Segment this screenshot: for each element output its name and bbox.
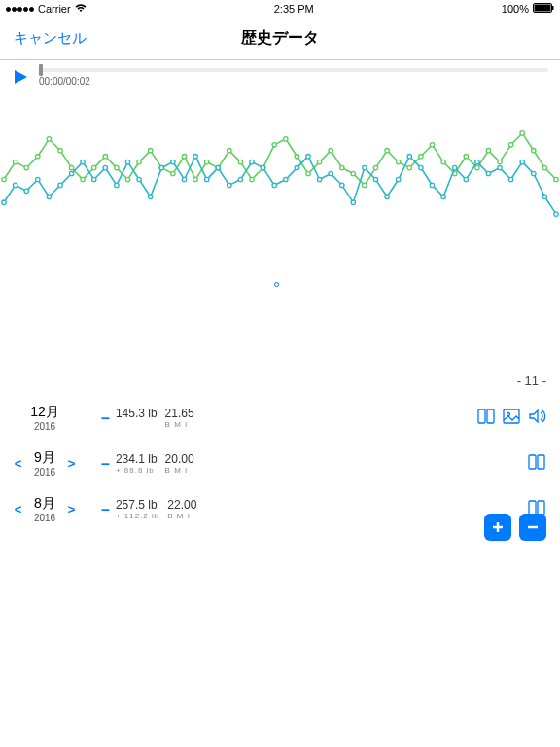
svg-rect-2: [552, 6, 554, 10]
svg-point-106: [508, 412, 510, 415]
battery-label: 100%: [502, 3, 529, 15]
status-bar: Carrier 2:35 PM 100%: [0, 0, 560, 18]
svg-rect-110: [538, 501, 544, 515]
svg-point-8: [58, 149, 62, 153]
svg-point-62: [103, 165, 107, 169]
prev-button[interactable]: <: [14, 502, 22, 516]
svg-point-32: [329, 149, 332, 153]
svg-point-48: [508, 143, 512, 147]
svg-rect-107: [529, 455, 536, 469]
svg-point-93: [453, 165, 457, 169]
svg-point-83: [340, 183, 344, 187]
month-label: 9月 2016: [28, 449, 61, 478]
svg-point-91: [430, 183, 434, 187]
month-label: 12月 2016: [28, 404, 61, 432]
svg-point-49: [520, 131, 524, 135]
svg-point-31: [317, 160, 321, 163]
table-row: < 8月 2016 > – 257.5 lb + 112.2 lb 22.00 …: [14, 487, 546, 533]
weight-metric: 257.5 lb + 112.2 lb: [116, 498, 159, 520]
page-indicator: - 11 -: [0, 370, 560, 396]
svg-point-81: [317, 177, 321, 181]
dash-icon: –: [101, 409, 110, 427]
play-button[interactable]: [12, 68, 29, 89]
svg-point-12: [103, 155, 107, 159]
image-icon[interactable]: [502, 407, 521, 430]
svg-point-85: [363, 165, 367, 169]
svg-point-89: [407, 155, 411, 159]
svg-point-35: [363, 183, 367, 187]
svg-point-19: [182, 155, 186, 159]
svg-point-79: [295, 165, 298, 169]
weight-metric: 234.1 lb + 88.8 lb: [116, 452, 158, 475]
svg-point-14: [125, 177, 129, 181]
bmi-metric: 20.00 B M I: [165, 452, 194, 475]
svg-point-27: [272, 143, 276, 147]
svg-point-61: [92, 177, 96, 181]
svg-point-7: [47, 137, 51, 141]
svg-point-71: [205, 177, 209, 181]
next-button[interactable]: >: [67, 502, 76, 516]
svg-point-74: [238, 177, 242, 181]
svg-point-16: [149, 149, 153, 153]
playback-time: 00:00/00:02: [39, 76, 548, 87]
svg-point-33: [340, 165, 344, 169]
svg-point-30: [306, 171, 310, 175]
svg-point-86: [373, 177, 377, 181]
svg-point-73: [228, 183, 231, 187]
svg-point-87: [385, 195, 389, 198]
book-icon[interactable]: [527, 452, 546, 476]
svg-point-46: [486, 149, 490, 153]
svg-point-15: [137, 160, 141, 163]
svg-point-69: [182, 177, 186, 181]
bmi-metric: 21.65 B M I: [165, 407, 194, 429]
cancel-button[interactable]: キャンセル: [14, 29, 87, 48]
svg-point-41: [430, 143, 434, 147]
next-button[interactable]: >: [67, 456, 76, 471]
svg-point-98: [508, 177, 512, 181]
svg-point-11: [92, 165, 96, 169]
carrier-label: Carrier: [38, 3, 71, 15]
prev-button[interactable]: <: [14, 456, 22, 471]
svg-point-37: [385, 149, 389, 153]
svg-rect-108: [538, 455, 544, 469]
month-label: 8月 2016: [28, 495, 61, 523]
svg-point-54: [13, 183, 17, 187]
signal-icon: [6, 7, 34, 12]
svg-point-25: [250, 177, 254, 181]
svg-point-75: [250, 160, 254, 163]
svg-point-64: [125, 160, 129, 163]
playback-slider[interactable]: [39, 68, 548, 72]
svg-point-13: [115, 165, 119, 169]
svg-point-70: [193, 155, 197, 159]
svg-point-36: [373, 165, 377, 169]
svg-point-94: [464, 177, 468, 181]
svg-point-20: [193, 177, 197, 181]
svg-point-77: [272, 183, 276, 187]
svg-point-90: [419, 165, 423, 169]
data-rows: 12月 2016 – 145.3 lb 21.65 B M I: [0, 396, 560, 533]
nav-bar: キャンセル 歴史データ: [0, 18, 560, 60]
sound-icon[interactable]: [527, 407, 546, 430]
svg-point-5: [24, 165, 28, 169]
chart-outlier-point: [274, 282, 279, 287]
svg-point-100: [532, 171, 536, 175]
status-time: 2:35 PM: [274, 3, 314, 15]
add-button[interactable]: [484, 514, 511, 541]
svg-point-4: [13, 160, 17, 163]
weight-metric: 145.3 lb: [116, 407, 158, 429]
svg-point-24: [238, 160, 242, 163]
svg-point-42: [441, 160, 445, 163]
chart: [0, 117, 560, 370]
book-icon[interactable]: [476, 407, 496, 430]
svg-point-47: [498, 160, 502, 163]
svg-point-66: [149, 195, 153, 198]
svg-point-9: [69, 165, 73, 169]
svg-point-56: [36, 177, 40, 181]
remove-button[interactable]: [519, 514, 546, 541]
svg-point-97: [498, 165, 502, 169]
svg-point-96: [486, 171, 490, 175]
svg-point-67: [159, 165, 163, 169]
svg-point-82: [329, 171, 332, 175]
svg-point-39: [407, 165, 411, 169]
battery-icon: [533, 3, 554, 15]
